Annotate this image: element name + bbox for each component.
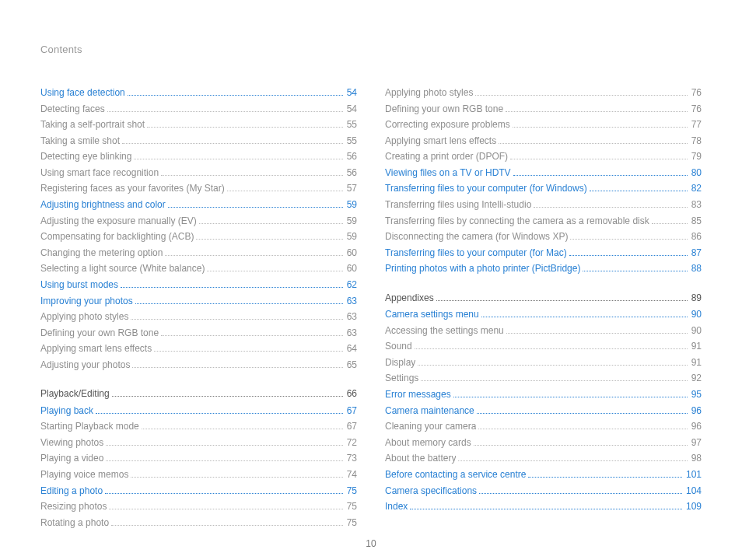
toc-entry-page: 90 (691, 308, 702, 321)
toc-leader (513, 127, 688, 128)
toc-entry: Disconnecting the camera (for Windows XP… (385, 230, 702, 243)
toc-leader (569, 255, 688, 256)
toc-entry[interactable]: Adjusting brightness and color59 (40, 198, 357, 212)
toc-entry-title: Transferring files to your computer (for… (385, 247, 567, 260)
toc-entry[interactable]: Camera settings menu90 (385, 308, 702, 321)
toc-entry-page: 54 (347, 86, 357, 100)
toc-entry-title: Settings (385, 372, 418, 385)
toc-entry-page: 75 (347, 500, 357, 513)
toc-entry-page: 59 (347, 215, 357, 228)
toc-entry-title: Playing voice memos (40, 468, 128, 481)
toc-leader (458, 460, 687, 461)
toc-entry: Transferring files using Intelli-studio8… (385, 198, 702, 212)
toc-entry: Applying photo styles63 (40, 310, 357, 324)
toc-leader (436, 300, 688, 301)
toc-entry[interactable]: Camera maintenance96 (385, 404, 702, 418)
toc-entry-page: 63 (347, 310, 357, 324)
toc-entry[interactable]: Camera specifications104 (385, 485, 702, 498)
toc-entry-title: Playback/Editing (40, 387, 110, 401)
toc-entry-page: 67 (347, 420, 357, 433)
toc-entry: Creating a print order (DPOF)79 (385, 150, 702, 163)
toc-leader (134, 159, 342, 159)
toc-entry[interactable]: Using burst modes62 (40, 278, 357, 292)
toc-entry: Applying smart lens effects64 (40, 342, 357, 355)
toc-entry: Detecting eye blinking56 (40, 150, 357, 163)
toc-leader (478, 429, 687, 429)
toc-entry: Correcting exposure problems77 (385, 118, 702, 131)
toc-entry-page: 88 (691, 262, 702, 275)
toc-leader (109, 509, 342, 509)
toc-entry-page: 101 (686, 468, 702, 481)
toc-entry-title: Index (385, 500, 408, 513)
toc-entry[interactable]: Editing a photo75 (40, 485, 357, 498)
toc-entry-title: Defining your own RGB tone (40, 327, 159, 340)
toc-entry-page: 96 (691, 420, 702, 433)
toc-entry-title: Selecting a light source (White balance) (40, 262, 205, 275)
toc-leader (227, 191, 343, 191)
toc-leader (528, 477, 682, 478)
toc-leader (161, 335, 343, 336)
toc-entry[interactable]: Using face detection54 (40, 86, 357, 100)
toc-entry-page: 76 (691, 103, 702, 116)
toc-entry-title: Rotating a photo (40, 516, 109, 530)
toc-entry-title: Camera specifications (385, 485, 477, 498)
toc-leader (105, 493, 343, 494)
toc-leader (168, 207, 343, 208)
toc-entry-title: Creating a print order (DPOF) (385, 150, 508, 163)
toc-entry[interactable]: Viewing files on a TV or HDTV80 (385, 166, 702, 180)
toc-entry-title: Adjusting brightness and color (40, 198, 166, 212)
toc-leader (475, 95, 687, 96)
toc-entry-title: Improving your photos (40, 295, 133, 308)
toc-entry: Using smart face recognition56 (40, 166, 357, 180)
toc-entry-page: 90 (691, 324, 702, 338)
toc-entry-page: 64 (347, 342, 357, 355)
toc-entry: Compensating for backlighting (ACB)59 (40, 230, 357, 243)
toc-entry-title: Using burst modes (40, 278, 118, 292)
page-title: Contents (40, 44, 702, 55)
toc-entry[interactable]: Improving your photos63 (40, 295, 357, 308)
toc-entry: Appendixes89 (385, 292, 702, 305)
toc-entry-page: 80 (691, 166, 702, 180)
toc-entry-title: Error messages (385, 388, 451, 401)
toc-entry-page: 92 (691, 372, 702, 385)
toc-leader (196, 239, 342, 240)
toc-entry[interactable]: Error messages95 (385, 388, 702, 401)
toc-entry-title: Using smart face recognition (40, 166, 159, 180)
toc-entry-page: 78 (691, 135, 702, 148)
toc-entry-title: Taking a self-portrait shot (40, 118, 145, 131)
toc-entry[interactable]: Transferring files to your computer (for… (385, 247, 702, 260)
toc-entry-page: 82 (691, 182, 702, 195)
toc-entry-page: 72 (347, 436, 357, 450)
toc-entry-page: 104 (686, 485, 702, 498)
toc-leader (128, 95, 343, 96)
toc-columns: Using face detection54Detecting faces54T… (40, 86, 702, 532)
toc-entry[interactable]: Playing back67 (40, 404, 357, 418)
toc-entry-title: Printing photos with a photo printer (Pi… (385, 262, 580, 275)
toc-entry: About memory cards97 (385, 436, 702, 450)
toc-leader (111, 525, 343, 526)
toc-leader (121, 287, 343, 288)
toc-entry-page: 89 (691, 292, 702, 305)
toc-entry[interactable]: Transferring files to your computer (for… (385, 182, 702, 195)
toc-entry-title: Adjusting the exposure manually (EV) (40, 215, 197, 228)
toc-entry[interactable]: Printing photos with a photo printer (Pi… (385, 262, 702, 275)
toc-entry: Settings92 (385, 372, 702, 385)
toc-leader (96, 413, 343, 414)
toc-entry-page: 74 (347, 468, 357, 481)
toc-entry-page: 56 (347, 150, 357, 163)
toc-entry: Defining your own RGB tone63 (40, 327, 357, 340)
toc-entry-title: Viewing files on a TV or HDTV (385, 166, 511, 180)
toc-entry-page: 55 (347, 118, 357, 131)
toc-entry-title: Applying photo styles (40, 310, 128, 324)
toc-entry-page: 75 (347, 485, 357, 498)
toc-leader (570, 239, 687, 240)
toc-entry[interactable]: Index109 (385, 500, 702, 513)
toc-column-left: Using face detection54Detecting faces54T… (40, 86, 357, 532)
toc-entry[interactable]: Before contacting a service centre101 (385, 468, 702, 481)
toc-leader (453, 397, 688, 397)
toc-leader (165, 255, 342, 256)
toc-leader (107, 111, 343, 112)
toc-entry-page: 96 (691, 404, 702, 418)
toc-leader (131, 477, 342, 478)
toc-entry-page: 56 (347, 166, 357, 180)
